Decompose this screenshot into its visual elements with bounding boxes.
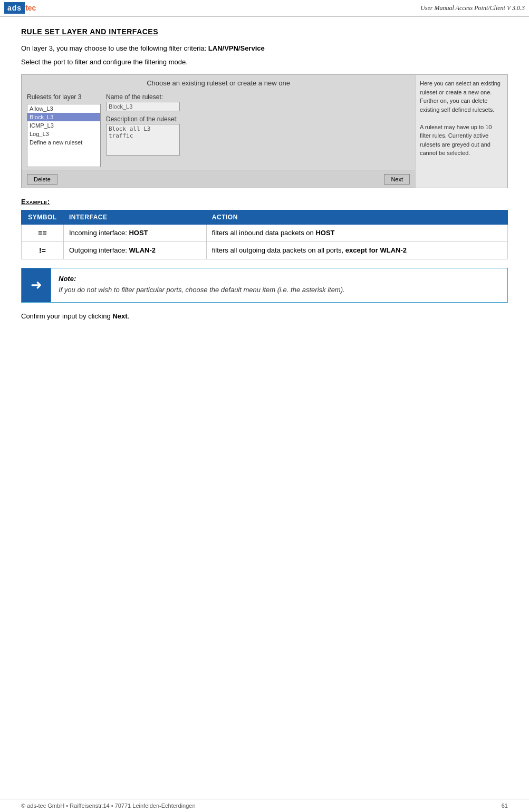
desc-textarea[interactable]: Block all L3 traffic [106, 124, 180, 156]
ruleset-item-log[interactable]: Log_L3 [27, 130, 100, 138]
col-symbol: Symbol [22, 210, 64, 225]
confirm-plain: Confirm your input by clicking [21, 312, 111, 320]
panel-body: Rulesets for layer 3 Allow_L3 Block_L3 I… [22, 90, 415, 170]
rulesets-label: Rulesets for layer 3 [27, 93, 101, 101]
row1-action: filters all inbound data packets on HOST [206, 225, 507, 242]
sidebar-text-2: A ruleset may have up to 10 filter rules… [420, 123, 503, 158]
ruleset-panel: Choose an existing ruleset or create a n… [21, 74, 508, 188]
header-title: User Manual Access Point/Client V 3.0.3 [420, 4, 525, 12]
delete-button[interactable]: Delete [27, 174, 57, 185]
desc-field-group: Description of the ruleset: Block all L3… [106, 115, 410, 157]
confirm-end: . [128, 312, 130, 320]
note-content: Note: If you do not wish to filter parti… [51, 268, 507, 302]
table-row: != Outgoing interface: WLAN-2 filters al… [22, 242, 508, 259]
name-label: Name of the ruleset: [106, 93, 410, 101]
name-desc-column: Name of the ruleset: Description of the … [106, 93, 410, 167]
note-title: Note: [59, 275, 500, 283]
panel-choose-title: Choose an existing ruleset or create a n… [22, 75, 415, 90]
section-heading: Rule Set Layer and Interfaces [21, 27, 508, 36]
page-header: adstec User Manual Access Point/Client V… [0, 0, 529, 17]
ruleset-item-block[interactable]: Block_L3 [27, 113, 100, 121]
row1-interface: Incoming interface: HOST [64, 225, 207, 242]
ruleset-column: Rulesets for layer 3 Allow_L3 Block_L3 I… [27, 93, 101, 167]
row2-interface: Outgoing interface: WLAN-2 [64, 242, 207, 259]
intro-text-2: Select the port to filter and configure … [21, 57, 508, 67]
logo: adstec [4, 2, 36, 14]
panel-sidebar: Here you can select an existing ruleset … [415, 75, 507, 188]
confirm-bold: Next [112, 312, 127, 320]
footer-copyright: © ads-tec GmbH • Raiffeisenstr.14 • 7077… [21, 803, 196, 809]
table-header-row: Symbol Interface Action [22, 210, 508, 225]
row1-symbol: == [22, 225, 64, 242]
main-content: Rule Set Layer and Interfaces On layer 3… [0, 17, 529, 353]
col-interface: Interface [64, 210, 207, 225]
name-field-group: Name of the ruleset: [106, 93, 410, 111]
note-text: If you do not wish to filter particular … [59, 285, 500, 296]
example-table: Symbol Interface Action == Incoming inte… [21, 210, 508, 259]
ruleset-item-define[interactable]: Define a new ruleset [27, 138, 100, 147]
intro-text-1: On layer 3, you may choose to use the fo… [21, 43, 508, 54]
intro1-plain: On layer 3, you may choose to use the fo… [21, 44, 206, 52]
confirm-text: Confirm your input by clicking Next. [21, 311, 508, 322]
row2-symbol: != [22, 242, 64, 259]
next-button[interactable]: Next [384, 174, 410, 185]
intro1-bold: LAN/VPN/Service [208, 44, 265, 52]
desc-label: Description of the ruleset: [106, 115, 410, 123]
note-arrow-icon: ➜ [22, 268, 51, 302]
sidebar-text-1: Here you can select an existing ruleset … [420, 79, 503, 114]
col-action: Action [206, 210, 507, 225]
panel-buttons: Delete Next [22, 170, 415, 188]
row2-action: filters all outgoing data packets on all… [206, 242, 507, 259]
name-input[interactable] [106, 102, 180, 111]
example-heading: Example: [21, 198, 508, 206]
page-footer: © ads-tec GmbH • Raiffeisenstr.14 • 7077… [0, 799, 529, 812]
logo-ads: ads [4, 2, 25, 14]
section-heading-text: Rule Set Layer and Interfaces [21, 27, 158, 36]
table-row: == Incoming interface: HOST filters all … [22, 225, 508, 242]
panel-main: Choose an existing ruleset or create a n… [22, 75, 415, 188]
ruleset-item-allow[interactable]: Allow_L3 [27, 104, 100, 113]
ruleset-item-icmp[interactable]: ICMP_L3 [27, 121, 100, 130]
ruleset-list[interactable]: Allow_L3 Block_L3 ICMP_L3 Log_L3 Define … [27, 104, 101, 167]
footer-page: 61 [502, 803, 508, 809]
note-box: ➜ Note: If you do not wish to filter par… [21, 268, 508, 303]
logo-tec: tec [25, 4, 36, 12]
